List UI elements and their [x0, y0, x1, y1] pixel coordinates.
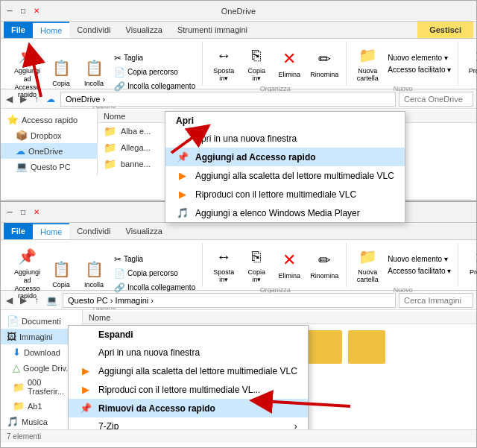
copy-button-1[interactable]: 📋 Copia — [46, 56, 76, 89]
folder-thumb-7[interactable] — [348, 330, 385, 364]
up-button-2[interactable]: ↑ — [32, 294, 41, 307]
tab-home-2[interactable]: Home — [33, 223, 69, 239]
cut-button-2[interactable]: ✂ Taglia — [112, 253, 198, 266]
tab-condividi-2[interactable]: Condividi — [69, 223, 118, 239]
copy-to-button-1[interactable]: ⎘ Copiain▾ — [241, 43, 271, 83]
ribbon-tabs-1: File Home Condividi Visualizza Strumenti… — [1, 22, 476, 39]
new-folder-label-1: Nuovacartella — [357, 67, 379, 82]
rename-button-2[interactable]: ✏ Rinomina — [307, 248, 341, 281]
remove-quick-label-2: Rimuovi da Accesso rapido — [98, 403, 215, 414]
context-menu-open-new-window-1[interactable]: Apri in una nuova finestra — [165, 130, 405, 148]
address-path-2[interactable]: Questo PC › Immagini › — [63, 293, 396, 308]
context-menu-open-new-2[interactable]: Apri in una nuova finestra — [69, 344, 308, 362]
new-folder-icon-2: 📁 — [357, 246, 378, 267]
back-button-2[interactable]: ◀ — [4, 294, 15, 307]
copy-label-2: Copia — [52, 281, 70, 288]
sidebar-item-accesso-rapido-1[interactable]: ⭐ Accesso rapido — [1, 112, 97, 127]
delete-icon-2: ✕ — [279, 250, 300, 271]
sidebar-item-pc-1[interactable]: 💻 Questo PC — [1, 159, 97, 174]
easy-access-button-2[interactable]: Accesso facilitato ▾ — [385, 265, 453, 277]
context-menu-remove-quick-2[interactable]: 📌 Rimuovi da Accesso rapido — [69, 399, 308, 417]
tab-gestisci-1[interactable]: Gestisci — [417, 22, 473, 38]
context-menu-wmp-1[interactable]: 🎵 Aggiungi a elenco Windows Media Player — [165, 204, 405, 222]
context-menu-7zip-2[interactable]: 7-Zip › — [69, 417, 308, 429]
new-folder-button-1[interactable]: 📁 Nuovacartella — [353, 43, 382, 83]
add-to-quick-access-button-1[interactable]: 📌 Aggiungi adAccesso rapido — [11, 43, 43, 101]
context-menu-1: Apri Apri in una nuova finestra 📌 Aggiun… — [165, 111, 405, 223]
vlc-queue-label-2: Aggiungi alla scaletta del lettore multi… — [98, 366, 297, 376]
sidebar-label-immagini-2: Immagini — [19, 332, 53, 341]
tab-visualizza-2[interactable]: Visualizza — [119, 223, 170, 239]
rename-button-1[interactable]: ✏ Rinomina — [307, 47, 341, 80]
sidebar-label-download-2: Download — [24, 348, 60, 357]
copy-path-button-2[interactable]: 📄 Copia percorso — [112, 267, 198, 280]
new-item-button-2[interactable]: Nuovo elemento ▾ — [385, 253, 453, 265]
cloud-button-1[interactable]: ☁ — [44, 92, 57, 106]
new-folder-button-2[interactable]: 📁 Nuovacartella — [353, 244, 382, 285]
tab-visualizza-1[interactable]: Visualizza — [119, 22, 170, 38]
paste-button-1[interactable]: 📋 Incolla — [79, 56, 109, 89]
sidebar-item-onedrive-1[interactable]: ☁ OneDrive — [1, 143, 97, 159]
tab-strumenti-1[interactable]: Strumenti immagini — [170, 22, 255, 38]
maximize-button-1[interactable]: □ — [17, 5, 29, 17]
properties-label-2: Prop... — [470, 268, 477, 276]
pc-nav-icon-2[interactable]: 💻 — [44, 294, 60, 307]
context-menu-2: Espandi Apri in una nuova finestra ▶ Agg… — [68, 325, 309, 429]
cut-button-1[interactable]: ✂ Taglia — [112, 51, 198, 65]
vlc-play-icon-1: ▶ — [176, 189, 189, 200]
delete-button-1[interactable]: ✕ Elimina — [274, 47, 304, 80]
sidebar-item-dropbox-1[interactable]: 📦 Dropbox — [1, 127, 97, 143]
move-icon-2: ↔ — [213, 246, 234, 267]
search-input-2[interactable] — [399, 293, 473, 308]
ribbon-group-organizza-2: ↔ Spostain▾ ⎘ Copiain▾ ✕ Elimina ✏ Rinom… — [204, 243, 347, 287]
address-path-1[interactable]: OneDrive › — [60, 92, 396, 107]
folder-thumb-6[interactable] — [305, 330, 342, 364]
tab-condividi-1[interactable]: Condividi — [69, 22, 118, 38]
explorer-window-immagini: ─ □ ✕ Immagini File Home Condividi Visua… — [0, 201, 477, 448]
context-menu-vlc-play-1[interactable]: ▶ Riproduci con il lettore multimediale … — [165, 185, 405, 204]
folder-icon: 📁 — [104, 158, 116, 170]
forward-button-2[interactable]: ▶ — [18, 294, 29, 307]
tab-file-2[interactable]: File — [4, 223, 33, 239]
context-menu-vlc-queue-1[interactable]: ▶ Aggiungi alla scaletta del lettore mul… — [165, 166, 405, 185]
tab-file-1[interactable]: File — [4, 22, 33, 38]
vlc-play-label-1: Riproduci con il lettore multimediale VL… — [195, 189, 356, 200]
close-button-2[interactable]: ✕ — [31, 206, 42, 218]
folder-000-icon-2: 📁 — [13, 382, 25, 393]
wmp-icon-1: 🎵 — [176, 207, 189, 218]
close-button-1[interactable]: ✕ — [31, 5, 42, 17]
context-menu-expand-2[interactable]: Espandi — [69, 326, 308, 344]
properties-button-2[interactable]: ℹ Prop... — [464, 244, 477, 277]
sidebar-label-documenti-2: Documenti — [22, 317, 61, 326]
context-menu-vlc-play-2[interactable]: ▶ Riproduci con il lettore multimediale … — [69, 380, 308, 399]
paste-icon-2: 📋 — [83, 259, 104, 280]
file-list-header-2: Nome — [83, 312, 476, 324]
delete-button-2[interactable]: ✕ Elimina — [274, 248, 304, 281]
copy-to-button-2[interactable]: ⎘ Copiain▾ — [241, 244, 271, 285]
ribbon-content-2: 📌 Aggiungi adAccesso rapido 📋 Copia 📋 In… — [1, 240, 476, 291]
context-menu-header-1: Apri — [165, 112, 405, 130]
ribbon-group-organizza-1: ↔ Spostain▾ ⎘ Copiain▾ ✕ Elimina ✏ Rinom… — [204, 42, 347, 86]
vlc-icon-1: ▶ — [176, 170, 189, 181]
folder-icon: 📁 — [104, 125, 116, 137]
new-folder-icon-1: 📁 — [357, 45, 378, 66]
rename-label-2: Rinomina — [310, 272, 338, 280]
search-input-1[interactable] — [399, 92, 473, 107]
copy-label-1: Copia — [52, 80, 70, 87]
tab-home-1[interactable]: Home — [33, 22, 69, 38]
minimize-button-2[interactable]: ─ — [4, 206, 16, 218]
maximize-button-2[interactable]: □ — [17, 206, 29, 218]
new-item-button-1[interactable]: Nuovo elemento ▾ — [385, 52, 453, 63]
copy-button-2[interactable]: 📋 Copia — [46, 257, 76, 290]
copy-path-button-1[interactable]: 📄 Copia percorso — [112, 66, 198, 79]
minimize-button-1[interactable]: ─ — [4, 5, 16, 17]
context-menu-vlc-queue-2[interactable]: ▶ Aggiungi alla scaletta del lettore mul… — [69, 362, 308, 380]
easy-access-button-1[interactable]: Accesso facilitato ▾ — [385, 64, 453, 75]
context-menu-add-quick-access-1[interactable]: 📌 Aggiungi ad Accesso rapido — [165, 148, 405, 166]
ribbon-group-props-1: ℹ Propr... — [460, 42, 477, 86]
properties-button-1[interactable]: ℹ Propr... — [464, 43, 477, 76]
paste-button-2[interactable]: 📋 Incolla — [79, 257, 109, 290]
move-to-button-2[interactable]: ↔ Spostain▾ — [209, 244, 238, 285]
move-to-button-1[interactable]: ↔ Spostain▾ — [209, 43, 238, 83]
onedrive-icon-1: ☁ — [16, 145, 25, 157]
